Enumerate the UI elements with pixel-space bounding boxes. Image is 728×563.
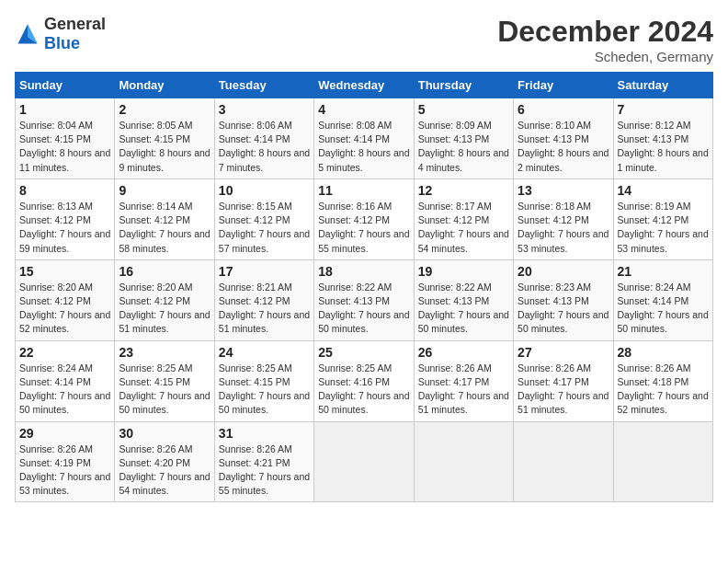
calendar-day-cell: 21Sunrise: 8:24 AMSunset: 4:14 PMDayligh… [613, 259, 712, 340]
calendar-day-header: Saturday [613, 73, 712, 98]
calendar-day-cell: 19Sunrise: 8:22 AMSunset: 4:13 PMDayligh… [414, 259, 513, 340]
calendar-week-row: 22Sunrise: 8:24 AMSunset: 4:14 PMDayligh… [16, 340, 713, 421]
day-number: 3 [219, 102, 310, 117]
day-info: Sunrise: 8:10 AMSunset: 4:13 PMDaylight:… [518, 119, 609, 175]
day-number: 15 [19, 264, 110, 279]
day-info: Sunrise: 8:21 AMSunset: 4:12 PMDaylight:… [219, 281, 310, 337]
calendar-day-header: Friday [514, 73, 613, 98]
calendar-day-cell: 3Sunrise: 8:06 AMSunset: 4:14 PMDaylight… [214, 98, 313, 179]
calendar-day-cell: 22Sunrise: 8:24 AMSunset: 4:14 PMDayligh… [16, 340, 115, 421]
day-info: Sunrise: 8:12 AMSunset: 4:13 PMDaylight:… [618, 119, 709, 175]
day-info: Sunrise: 8:24 AMSunset: 4:14 PMDaylight:… [19, 362, 110, 418]
calendar-week-row: 8Sunrise: 8:13 AMSunset: 4:12 PMDaylight… [16, 178, 713, 259]
day-number: 27 [518, 345, 609, 360]
day-info: Sunrise: 8:09 AMSunset: 4:13 PMDaylight:… [418, 119, 509, 175]
location-title: Scheden, Germany [497, 49, 713, 64]
day-number: 7 [618, 102, 709, 117]
day-number: 22 [19, 345, 110, 360]
day-number: 10 [219, 183, 310, 198]
calendar-day-cell: 2Sunrise: 8:05 AMSunset: 4:15 PMDaylight… [115, 98, 214, 179]
calendar-day-cell: 26Sunrise: 8:26 AMSunset: 4:17 PMDayligh… [414, 340, 513, 421]
day-number: 19 [418, 264, 509, 279]
calendar-day-cell: 14Sunrise: 8:19 AMSunset: 4:12 PMDayligh… [613, 178, 712, 259]
title-area: December 2024 Scheden, Germany [497, 15, 713, 64]
day-number: 17 [219, 264, 310, 279]
day-info: Sunrise: 8:16 AMSunset: 4:12 PMDaylight:… [318, 200, 409, 256]
calendar-day-cell: 31Sunrise: 8:26 AMSunset: 4:21 PMDayligh… [214, 421, 313, 502]
calendar-header-row: SundayMondayTuesdayWednesdayThursdayFrid… [16, 73, 713, 98]
day-info: Sunrise: 8:06 AMSunset: 4:14 PMDaylight:… [219, 119, 310, 175]
page-header: General Blue December 2024 Scheden, Germ… [15, 15, 713, 64]
day-number: 18 [318, 264, 409, 279]
day-info: Sunrise: 8:22 AMSunset: 4:13 PMDaylight:… [318, 281, 409, 337]
calendar-day-cell [514, 421, 613, 502]
calendar-day-cell: 10Sunrise: 8:15 AMSunset: 4:12 PMDayligh… [214, 178, 313, 259]
calendar-day-header: Tuesday [214, 73, 313, 98]
day-number: 4 [318, 102, 409, 117]
day-number: 13 [518, 183, 609, 198]
calendar-day-cell: 20Sunrise: 8:23 AMSunset: 4:13 PMDayligh… [514, 259, 613, 340]
day-info: Sunrise: 8:22 AMSunset: 4:13 PMDaylight:… [418, 281, 509, 337]
day-info: Sunrise: 8:15 AMSunset: 4:12 PMDaylight:… [219, 200, 310, 256]
calendar-day-cell: 12Sunrise: 8:17 AMSunset: 4:12 PMDayligh… [414, 178, 513, 259]
calendar-day-cell: 30Sunrise: 8:26 AMSunset: 4:20 PMDayligh… [115, 421, 214, 502]
day-info: Sunrise: 8:26 AMSunset: 4:21 PMDaylight:… [219, 442, 310, 499]
calendar-week-row: 1Sunrise: 8:04 AMSunset: 4:15 PMDaylight… [16, 98, 713, 179]
day-number: 30 [119, 426, 210, 441]
day-number: 8 [19, 183, 110, 198]
calendar-day-cell: 7Sunrise: 8:12 AMSunset: 4:13 PMDaylight… [613, 98, 712, 179]
calendar-day-cell: 8Sunrise: 8:13 AMSunset: 4:12 PMDaylight… [16, 178, 115, 259]
calendar-day-cell [314, 421, 414, 502]
day-info: Sunrise: 8:23 AMSunset: 4:13 PMDaylight:… [518, 281, 609, 337]
day-number: 14 [618, 183, 709, 198]
logo-blue-text: Blue [44, 34, 80, 52]
calendar-day-header: Thursday [414, 73, 513, 98]
day-number: 26 [418, 345, 509, 360]
calendar-week-row: 15Sunrise: 8:20 AMSunset: 4:12 PMDayligh… [16, 259, 713, 340]
day-number: 2 [119, 102, 210, 117]
calendar-day-cell: 1Sunrise: 8:04 AMSunset: 4:15 PMDaylight… [16, 98, 115, 179]
calendar-day-cell: 29Sunrise: 8:26 AMSunset: 4:19 PMDayligh… [16, 421, 115, 502]
day-number: 1 [19, 102, 110, 117]
day-number: 28 [618, 345, 709, 360]
calendar-table: SundayMondayTuesdayWednesdayThursdayFrid… [15, 72, 713, 502]
calendar-day-header: Sunday [16, 73, 115, 98]
day-number: 21 [618, 264, 709, 279]
day-number: 16 [119, 264, 210, 279]
calendar-day-cell: 24Sunrise: 8:25 AMSunset: 4:15 PMDayligh… [214, 340, 313, 421]
day-info: Sunrise: 8:26 AMSunset: 4:18 PMDaylight:… [618, 362, 709, 418]
day-info: Sunrise: 8:26 AMSunset: 4:20 PMDaylight:… [119, 442, 210, 499]
day-info: Sunrise: 8:20 AMSunset: 4:12 PMDaylight:… [19, 281, 110, 337]
calendar-day-cell: 16Sunrise: 8:20 AMSunset: 4:12 PMDayligh… [115, 259, 214, 340]
calendar-day-cell: 4Sunrise: 8:08 AMSunset: 4:14 PMDaylight… [314, 98, 414, 179]
logo-general-text: General [44, 15, 106, 33]
calendar-day-cell: 18Sunrise: 8:22 AMSunset: 4:13 PMDayligh… [314, 259, 414, 340]
day-info: Sunrise: 8:25 AMSunset: 4:16 PMDaylight:… [318, 362, 409, 418]
day-info: Sunrise: 8:17 AMSunset: 4:12 PMDaylight:… [418, 200, 509, 256]
calendar-day-cell: 28Sunrise: 8:26 AMSunset: 4:18 PMDayligh… [613, 340, 712, 421]
day-number: 23 [119, 345, 210, 360]
day-info: Sunrise: 8:14 AMSunset: 4:12 PMDaylight:… [119, 200, 210, 256]
day-number: 12 [418, 183, 509, 198]
day-info: Sunrise: 8:08 AMSunset: 4:14 PMDaylight:… [318, 119, 409, 175]
calendar-day-cell: 17Sunrise: 8:21 AMSunset: 4:12 PMDayligh… [214, 259, 313, 340]
day-info: Sunrise: 8:26 AMSunset: 4:17 PMDaylight:… [518, 362, 609, 418]
calendar-day-cell: 11Sunrise: 8:16 AMSunset: 4:12 PMDayligh… [314, 178, 414, 259]
calendar-day-cell: 13Sunrise: 8:18 AMSunset: 4:12 PMDayligh… [514, 178, 613, 259]
logo-icon [15, 21, 40, 47]
day-number: 20 [518, 264, 609, 279]
day-info: Sunrise: 8:25 AMSunset: 4:15 PMDaylight:… [119, 362, 210, 418]
day-info: Sunrise: 8:26 AMSunset: 4:19 PMDaylight:… [19, 442, 110, 499]
day-info: Sunrise: 8:13 AMSunset: 4:12 PMDaylight:… [19, 200, 110, 256]
calendar-body: 1Sunrise: 8:04 AMSunset: 4:15 PMDaylight… [16, 98, 713, 502]
calendar-day-header: Monday [115, 73, 214, 98]
calendar-day-cell [414, 421, 513, 502]
day-number: 31 [219, 426, 310, 441]
day-info: Sunrise: 8:24 AMSunset: 4:14 PMDaylight:… [618, 281, 709, 337]
calendar-day-cell: 15Sunrise: 8:20 AMSunset: 4:12 PMDayligh… [16, 259, 115, 340]
day-info: Sunrise: 8:20 AMSunset: 4:12 PMDaylight:… [119, 281, 210, 337]
day-number: 11 [318, 183, 409, 198]
day-info: Sunrise: 8:05 AMSunset: 4:15 PMDaylight:… [119, 119, 210, 175]
day-number: 6 [518, 102, 609, 117]
day-info: Sunrise: 8:19 AMSunset: 4:12 PMDaylight:… [618, 200, 709, 256]
